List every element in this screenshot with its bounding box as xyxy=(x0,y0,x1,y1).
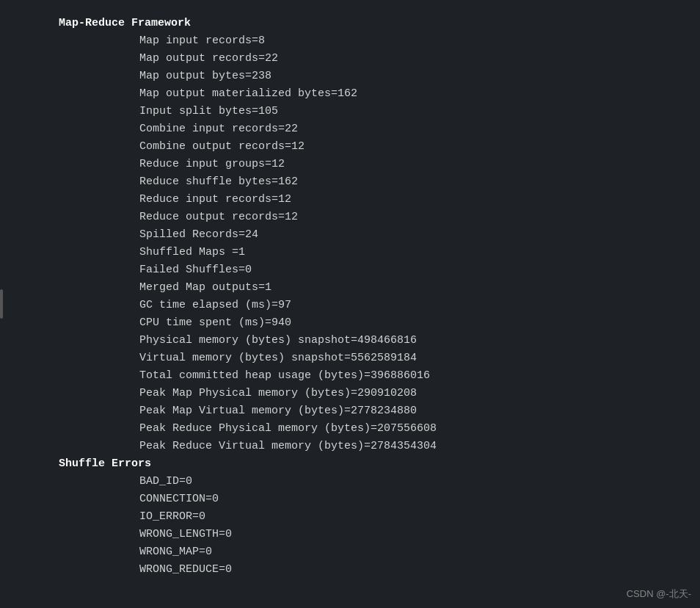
metric-line: Combine input records=22 xyxy=(0,120,700,138)
metric-line: Input split bytes=105 xyxy=(0,103,700,120)
watermark: CSDN @-北天- xyxy=(627,587,691,601)
metric-line: Map output records=22 xyxy=(0,50,700,68)
metric-line: WRONG_LENGTH=0 xyxy=(0,526,700,543)
metric-line: GC time elapsed (ms)=97 xyxy=(0,297,700,314)
metric-line: Peak Reduce Virtual memory (bytes)=27843… xyxy=(0,438,700,455)
section-header-map-reduce-framework: Map-Reduce Framework xyxy=(0,15,700,32)
metric-line: Physical memory (bytes) snapshot=4984668… xyxy=(0,332,700,350)
metric-line: Reduce input records=12 xyxy=(0,191,700,209)
metric-line: Peak Map Physical memory (bytes)=2909102… xyxy=(0,385,700,402)
metric-line: Reduce input groups=12 xyxy=(0,156,700,173)
metric-line: Combine output records=12 xyxy=(0,138,700,156)
metric-line: Peak Map Virtual memory (bytes)=27782348… xyxy=(0,402,700,420)
metric-line: BAD_ID=0 xyxy=(0,473,700,491)
metric-line: Reduce shuffle bytes=162 xyxy=(0,173,700,191)
metric-line: WRONG_MAP=0 xyxy=(0,543,700,561)
metric-line: Peak Reduce Physical memory (bytes)=2075… xyxy=(0,420,700,438)
metric-line: Reduce output records=12 xyxy=(0,209,700,226)
metric-line: Shuffled Maps =1 xyxy=(0,244,700,261)
scroll-indicator xyxy=(0,289,3,319)
metric-line: WRONG_REDUCE=0 xyxy=(0,561,700,579)
section-header-shuffle-errors: Shuffle Errors xyxy=(0,455,700,473)
metric-line: CONNECTION=0 xyxy=(0,491,700,508)
terminal-output: Map-Reduce FrameworkMap input records=8M… xyxy=(0,0,700,593)
metric-line: Merged Map outputs=1 xyxy=(0,279,700,297)
metric-line: CPU time spent (ms)=940 xyxy=(0,314,700,332)
metric-line: Total committed heap usage (bytes)=39688… xyxy=(0,367,700,385)
metric-line: IO_ERROR=0 xyxy=(0,508,700,526)
metric-line: Map output bytes=238 xyxy=(0,68,700,85)
metric-line: Virtual memory (bytes) snapshot=55625891… xyxy=(0,350,700,367)
metric-line: Map input records=8 xyxy=(0,32,700,50)
metric-line: Failed Shuffles=0 xyxy=(0,261,700,279)
metric-line: Spilled Records=24 xyxy=(0,226,700,244)
metric-line: Map output materialized bytes=162 xyxy=(0,85,700,103)
